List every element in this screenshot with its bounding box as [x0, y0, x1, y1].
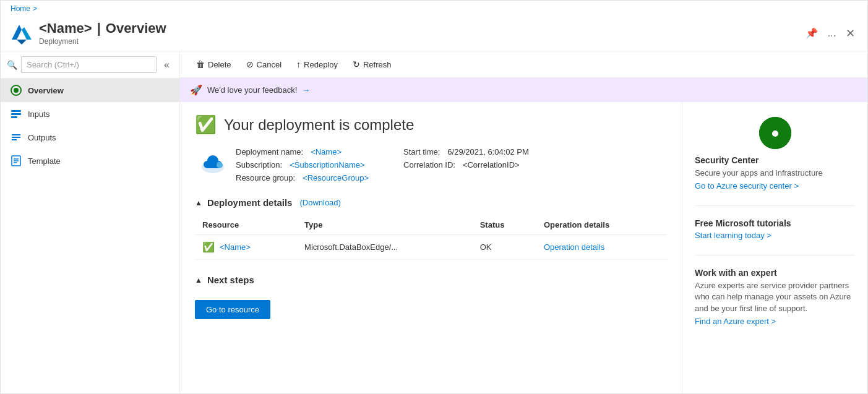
feedback-banner: 🚀 We'd love your feedback! → — [180, 78, 867, 102]
toolbar: 🗑 Delete ⊘ Cancel ↑ Redeploy ↻ Refresh — [180, 51, 867, 78]
table-row: ✅ <Name> Microsoft.DataBoxEdge/... OK Op… — [195, 235, 667, 260]
row-success-icon: ✅ — [202, 241, 215, 253]
more-options-icon[interactable]: ... — [825, 25, 838, 41]
success-icon: ✅ — [195, 114, 217, 135]
page-title: <Name> | Overview — [39, 20, 803, 36]
panel-divider-1 — [695, 205, 855, 206]
resource-type: Microsoft.DataBoxEdge/... — [297, 235, 473, 260]
correlation-label: Correlation ID: — [403, 160, 455, 169]
resource-group-label: Resource group: — [236, 173, 295, 182]
tutorials-link[interactable]: Start learning today > — [695, 231, 771, 240]
correlation-value: <CorrelationID> — [463, 160, 520, 169]
svg-marker-1 — [22, 27, 32, 40]
delete-button[interactable]: 🗑 Delete — [190, 56, 238, 72]
cancel-icon: ⊘ — [246, 59, 254, 69]
sidebar-item-overview[interactable]: Overview — [1, 79, 179, 102]
feedback-icon: 🚀 — [190, 84, 202, 96]
sidebar-item-template[interactable]: Template — [1, 149, 179, 173]
inputs-icon — [11, 108, 22, 119]
tutorials-panel: Free Microsoft tutorials Start learning … — [695, 218, 855, 240]
inputs-label: Inputs — [28, 109, 49, 119]
security-center-panel: Security Center Secure your apps and inf… — [695, 117, 855, 191]
collapse-sidebar-button[interactable]: « — [160, 58, 173, 72]
security-center-link[interactable]: Go to Azure security center > — [695, 181, 799, 191]
outputs-label: Outputs — [28, 133, 56, 142]
security-center-desc: Secure your apps and infrastructure — [695, 168, 855, 179]
overview-icon — [11, 85, 22, 96]
refresh-button[interactable]: ↻ Refresh — [346, 56, 398, 72]
sidebar-item-inputs[interactable]: Inputs — [1, 102, 179, 126]
sidebar-item-outputs[interactable]: Outputs — [1, 126, 179, 149]
delete-icon: 🗑 — [196, 59, 205, 69]
panel-divider-2 — [695, 255, 855, 255]
tutorials-title: Free Microsoft tutorials — [695, 218, 855, 228]
refresh-icon: ↻ — [353, 59, 360, 69]
name-value[interactable]: <Name> — [311, 147, 342, 156]
deployment-title: Your deployment is complete — [224, 116, 414, 134]
expert-link[interactable]: Find an Azure expert > — [695, 317, 776, 326]
security-shield-icon — [759, 117, 791, 149]
feedback-text: We'd love your feedback! — [207, 85, 297, 95]
col-operation: Operation details — [536, 215, 667, 235]
subscription-label: Subscription: — [236, 160, 282, 169]
right-panel: Security Center Secure your apps and inf… — [682, 102, 867, 393]
next-steps-toggle[interactable]: ▲ — [195, 276, 202, 285]
start-time-value: 6/29/2021, 6:04:02 PM — [447, 147, 529, 156]
redeploy-button[interactable]: ↑ Redeploy — [290, 56, 344, 72]
expert-panel: Work with an expert Azure experts are se… — [695, 268, 855, 326]
svg-rect-6 — [11, 113, 21, 115]
search-input[interactable] — [21, 56, 157, 73]
operation-details-link[interactable]: Operation details — [544, 242, 604, 252]
expert-title: Work with an expert — [695, 268, 855, 278]
nav-menu: Overview Inputs — [1, 79, 179, 173]
next-steps-title: Next steps — [207, 275, 254, 285]
redeploy-icon: ↑ — [296, 59, 301, 69]
cloud-icon — [200, 150, 226, 176]
security-center-title: Security Center — [695, 155, 855, 165]
resource-status: OK — [473, 235, 536, 260]
start-time-label: Start time: — [403, 147, 440, 156]
deployment-table: Resource Type Status Operation details — [195, 215, 667, 260]
azure-logo — [11, 22, 33, 45]
expert-desc: Azure experts are service provider partn… — [695, 280, 855, 314]
svg-marker-0 — [12, 25, 22, 40]
go-to-resource-button[interactable]: Go to resource — [195, 300, 270, 319]
breadcrumb-home[interactable]: Home — [11, 4, 30, 13]
deployment-details-section: ▲ Deployment details (Download) Resource… — [195, 197, 667, 260]
section-title: Deployment details — [207, 197, 293, 208]
resource-name-link[interactable]: <Name> — [220, 242, 251, 252]
pin-icon[interactable]: 📌 — [803, 25, 820, 41]
col-status: Status — [473, 215, 536, 235]
outputs-icon — [11, 132, 22, 143]
cancel-button[interactable]: ⊘ Cancel — [240, 56, 288, 72]
resource-group-value[interactable]: <ResourceGroup> — [303, 173, 369, 182]
col-type: Type — [297, 215, 473, 235]
page-subtitle: Deployment — [39, 37, 803, 46]
close-icon[interactable]: ✕ — [843, 24, 857, 43]
feedback-link[interactable]: → — [302, 85, 310, 95]
next-steps-section: ▲ Next steps Go to resource — [195, 275, 667, 319]
section-toggle[interactable]: ▲ — [195, 199, 202, 207]
name-label: Deployment name: — [236, 147, 303, 156]
svg-point-4 — [14, 88, 19, 93]
svg-marker-2 — [17, 40, 27, 45]
subscription-value[interactable]: <SubscriptionName> — [290, 160, 364, 169]
download-link[interactable]: (Download) — [299, 198, 340, 207]
template-label: Template — [28, 156, 61, 166]
svg-rect-7 — [11, 116, 17, 118]
svg-rect-18 — [774, 131, 776, 132]
template-icon — [11, 155, 22, 166]
overview-label: Overview — [28, 86, 64, 95]
search-icon: 🔍 — [7, 60, 17, 70]
deployment-complete-header: ✅ Your deployment is complete — [195, 114, 667, 135]
svg-rect-5 — [11, 110, 21, 112]
breadcrumb-separator: > — [33, 4, 37, 13]
col-resource: Resource — [195, 215, 297, 235]
